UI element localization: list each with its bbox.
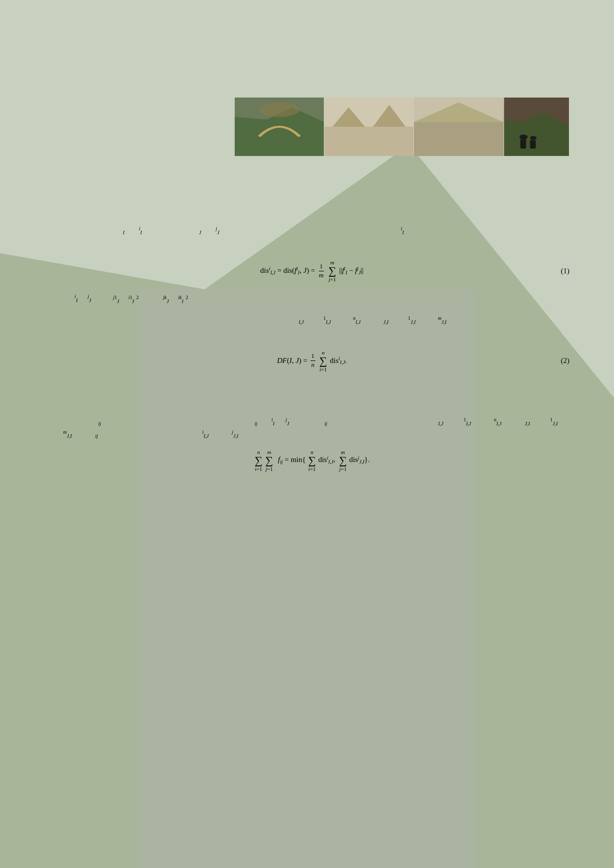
formula-1-content: disiI,J = dis(fiI, J) = 1 m m ∑ j=1 ||fi…	[260, 259, 364, 282]
figure-image-3	[235, 98, 324, 156]
svg-rect-16	[324, 127, 413, 156]
svg-point-14	[259, 102, 300, 117]
figure-image-6	[504, 98, 569, 156]
formula-1-number: (1)	[561, 267, 570, 275]
figure-image-4	[324, 98, 414, 156]
svg-point-27	[530, 136, 536, 140]
formula-2-number: (2)	[561, 357, 570, 365]
svg-rect-24	[520, 139, 526, 149]
formula-3: n ∑ i=1 m ∑ j=1 fij = min{ n ∑ i=1 disiI…	[54, 449, 569, 472]
svg-rect-9	[161, 98, 235, 156]
figure-container	[54, 97, 569, 156]
formula-3-content: n ∑ i=1 m ∑ j=1 fij = min{ n ∑ i=1 disiI…	[254, 449, 369, 472]
figure-image-2	[161, 98, 235, 156]
formula-2-content: DF(I, J) = 1 n n ∑ i=1 disiI,J.	[277, 350, 347, 372]
svg-rect-20	[414, 122, 503, 156]
svg-point-25	[519, 135, 527, 140]
formula-1: disiI,J = dis(fiI, J) = 1 m m ∑ j=1 ||fi…	[54, 259, 569, 282]
svg-rect-26	[530, 140, 535, 149]
figure-image-5	[414, 98, 504, 156]
formula-2: DF(I, J) = 1 n n ∑ i=1 disiI,J. (2)	[54, 350, 569, 372]
